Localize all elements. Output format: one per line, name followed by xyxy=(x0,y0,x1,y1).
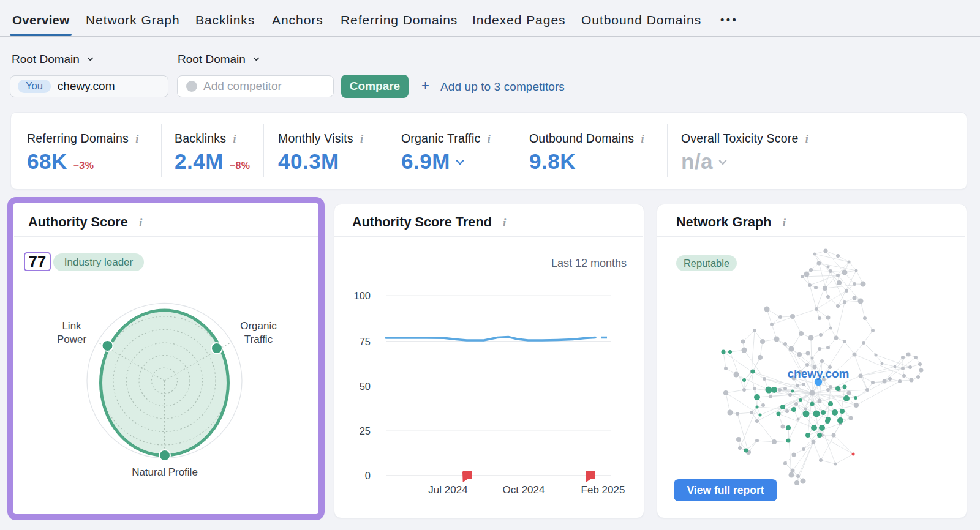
svg-text:100: 100 xyxy=(353,290,371,301)
svg-text:Oct 2024: Oct 2024 xyxy=(503,484,545,496)
svg-text:0: 0 xyxy=(365,470,371,481)
svg-text:Jul 2024: Jul 2024 xyxy=(428,484,467,496)
svg-text:25: 25 xyxy=(360,425,371,436)
svg-text:50: 50 xyxy=(360,381,371,392)
svg-text:75: 75 xyxy=(360,336,371,347)
svg-text:Feb 2025: Feb 2025 xyxy=(581,484,625,496)
